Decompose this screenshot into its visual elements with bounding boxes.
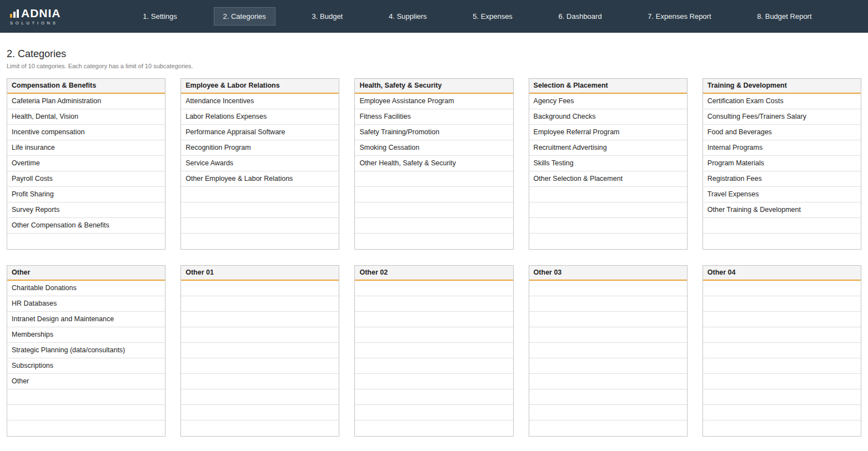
category-header-cell[interactable]: Other 03: [529, 266, 687, 281]
subcategory-cell[interactable]: [355, 405, 513, 420]
subcategory-cell[interactable]: Charitable Donations: [7, 281, 165, 296]
subcategory-cell[interactable]: [529, 327, 687, 343]
subcategory-cell[interactable]: [7, 420, 165, 436]
subcategory-cell[interactable]: Employee Assistance Program: [355, 94, 513, 109]
subcategory-cell[interactable]: Service Awards: [181, 156, 339, 171]
subcategory-cell[interactable]: Life insurance: [7, 140, 165, 156]
subcategory-cell[interactable]: [355, 234, 513, 249]
subcategory-cell[interactable]: [7, 389, 165, 405]
subcategory-cell[interactable]: [529, 187, 687, 202]
subcategory-cell[interactable]: [529, 234, 687, 249]
subcategory-cell[interactable]: Survey Reports: [7, 202, 165, 218]
subcategory-cell[interactable]: [7, 405, 165, 420]
subcategory-cell[interactable]: [181, 234, 339, 249]
subcategory-cell[interactable]: [181, 312, 339, 327]
subcategory-cell[interactable]: [703, 358, 861, 374]
category-header-cell[interactable]: Other 04: [703, 266, 861, 281]
subcategory-cell[interactable]: [529, 218, 687, 234]
subcategory-cell[interactable]: [355, 281, 513, 296]
subcategory-cell[interactable]: [181, 374, 339, 389]
subcategory-cell[interactable]: Registration Fees: [703, 171, 861, 187]
subcategory-cell[interactable]: [181, 202, 339, 218]
subcategory-cell[interactable]: [181, 420, 339, 436]
subcategory-cell[interactable]: Agency Fees: [529, 94, 687, 109]
subcategory-cell[interactable]: [181, 358, 339, 374]
subcategory-cell[interactable]: Intranet Design and Maintenance: [7, 312, 165, 327]
subcategory-cell[interactable]: [703, 343, 861, 358]
subcategory-cell[interactable]: Health, Dental, Vision: [7, 109, 165, 125]
tab-8-budget-report[interactable]: 8. Budget Report: [747, 7, 821, 26]
subcategory-cell[interactable]: Other Training & Development: [703, 202, 861, 218]
subcategory-cell[interactable]: [181, 389, 339, 405]
subcategory-cell[interactable]: Food and Beverages: [703, 125, 861, 140]
subcategory-cell[interactable]: [355, 327, 513, 343]
subcategory-cell[interactable]: Overtime: [7, 156, 165, 171]
subcategory-cell[interactable]: [181, 343, 339, 358]
subcategory-cell[interactable]: Skills Testing: [529, 156, 687, 171]
subcategory-cell[interactable]: Other: [7, 374, 165, 389]
subcategory-cell[interactable]: [181, 327, 339, 343]
subcategory-cell[interactable]: [355, 218, 513, 234]
subcategory-cell[interactable]: Recognition Program: [181, 140, 339, 156]
subcategory-cell[interactable]: Subscriptions: [7, 358, 165, 374]
subcategory-cell[interactable]: [355, 202, 513, 218]
subcategory-cell[interactable]: [355, 374, 513, 389]
subcategory-cell[interactable]: [529, 312, 687, 327]
category-header-cell[interactable]: Other: [7, 266, 165, 281]
tab-5-expenses[interactable]: 5. Expenses: [463, 7, 522, 26]
tab-6-dashboard[interactable]: 6. Dashboard: [549, 7, 611, 26]
category-header-cell[interactable]: Other 02: [355, 266, 513, 281]
subcategory-cell[interactable]: [703, 281, 861, 296]
subcategory-cell[interactable]: Performance Appraisal Software: [181, 125, 339, 140]
subcategory-cell[interactable]: Strategic Planning (data/consultants): [7, 343, 165, 358]
subcategory-cell[interactable]: [181, 296, 339, 312]
subcategory-cell[interactable]: [703, 296, 861, 312]
subcategory-cell[interactable]: [529, 374, 687, 389]
subcategory-cell[interactable]: [355, 171, 513, 187]
subcategory-cell[interactable]: Attendance Incentives: [181, 94, 339, 109]
category-header-cell[interactable]: Selection & Placement: [529, 79, 687, 94]
subcategory-cell[interactable]: [703, 374, 861, 389]
category-header-cell[interactable]: Compensation & Benefits: [7, 79, 165, 94]
subcategory-cell[interactable]: HR Databases: [7, 296, 165, 312]
subcategory-cell[interactable]: [181, 218, 339, 234]
subcategory-cell[interactable]: [181, 187, 339, 202]
tab-2-categories[interactable]: 2. Categories: [214, 7, 275, 26]
subcategory-cell[interactable]: Cafeteria Plan Administration: [7, 94, 165, 109]
subcategory-cell[interactable]: Other Compensation & Benefits: [7, 218, 165, 234]
subcategory-cell[interactable]: [355, 343, 513, 358]
subcategory-cell[interactable]: Safety Training/Promotion: [355, 125, 513, 140]
category-header-cell[interactable]: Employee & Labor Relations: [181, 79, 339, 94]
subcategory-cell[interactable]: [703, 389, 861, 405]
category-header-cell[interactable]: Other 01: [181, 266, 339, 281]
subcategory-cell[interactable]: Fitness Facilities: [355, 109, 513, 125]
subcategory-cell[interactable]: Other Employee & Labor Relations: [181, 171, 339, 187]
subcategory-cell[interactable]: [7, 234, 165, 249]
tab-3-budget[interactable]: 3. Budget: [303, 7, 353, 26]
subcategory-cell[interactable]: Labor Relations Expenses: [181, 109, 339, 125]
subcategory-cell[interactable]: Program Materials: [703, 156, 861, 171]
category-header-cell[interactable]: Training & Development: [703, 79, 861, 94]
subcategory-cell[interactable]: Other Selection & Placement: [529, 171, 687, 187]
tab-4-suppliers[interactable]: 4. Suppliers: [379, 7, 436, 26]
subcategory-cell[interactable]: [703, 218, 861, 234]
subcategory-cell[interactable]: [355, 296, 513, 312]
subcategory-cell[interactable]: [703, 234, 861, 249]
subcategory-cell[interactable]: [355, 187, 513, 202]
subcategory-cell[interactable]: [355, 312, 513, 327]
subcategory-cell[interactable]: [529, 420, 687, 436]
subcategory-cell[interactable]: [181, 405, 339, 420]
subcategory-cell[interactable]: Consulting Fees/Trainers Salary: [703, 109, 861, 125]
subcategory-cell[interactable]: Certification Exam Costs: [703, 94, 861, 109]
subcategory-cell[interactable]: [355, 420, 513, 436]
subcategory-cell[interactable]: Profit Sharing: [7, 187, 165, 202]
subcategory-cell[interactable]: Background Checks: [529, 109, 687, 125]
subcategory-cell[interactable]: [181, 281, 339, 296]
tab-7-expenses-report[interactable]: 7. Expenses Report: [638, 7, 720, 26]
subcategory-cell[interactable]: [355, 389, 513, 405]
subcategory-cell[interactable]: [355, 358, 513, 374]
subcategory-cell[interactable]: [529, 389, 687, 405]
subcategory-cell[interactable]: [529, 281, 687, 296]
subcategory-cell[interactable]: Employee Referral Program: [529, 125, 687, 140]
subcategory-cell[interactable]: Travel Expenses: [703, 187, 861, 202]
